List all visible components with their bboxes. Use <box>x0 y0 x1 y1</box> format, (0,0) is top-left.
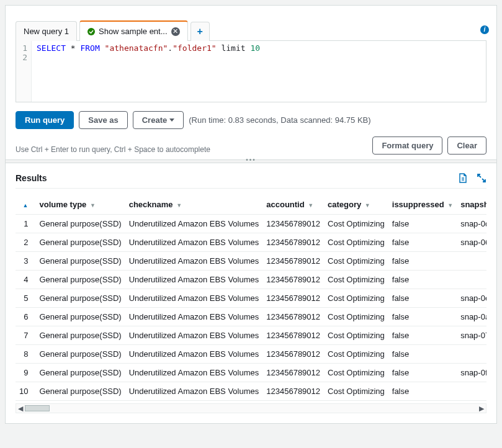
col-volume-type[interactable]: volume type ▼ <box>35 195 125 215</box>
table-row: 4General purpose(SSD)Underutilized Amazo… <box>16 271 486 289</box>
tab-label: New query 1 <box>24 27 69 36</box>
cell-issuppressed: false <box>388 364 457 382</box>
cell-volume-type: General purpose(SSD) <box>35 308 125 326</box>
run-status: (Run time: 0.83 seconds, Data scanned: 9… <box>189 115 370 125</box>
cell-accountid: 123456789012 <box>262 271 324 289</box>
cell-accountid: 123456789012 <box>262 326 324 345</box>
cell-checkname: Underutilized Amazon EBS Volumes <box>125 364 263 382</box>
cell-volume-type: General purpose(SSD) <box>35 233 125 252</box>
cell-volume-type: General purpose(SSD) <box>35 289 125 308</box>
table-row: 1General purpose(SSD)Underutilized Amazo… <box>16 215 486 233</box>
add-tab-button[interactable]: + <box>190 22 210 41</box>
cell-rownum: 8 <box>16 345 35 364</box>
cell-category: Cost Optimizing <box>324 271 388 289</box>
panel-resize-handle[interactable] <box>6 159 496 163</box>
cell-category: Cost Optimizing <box>324 382 388 401</box>
cell-category: Cost Optimizing <box>324 252 388 271</box>
format-query-button[interactable]: Format query <box>372 137 442 155</box>
cell-volume-type: General purpose(SSD) <box>35 345 125 364</box>
cell-checkname: Underutilized Amazon EBS Volumes <box>125 215 263 233</box>
results-header: Results <box>16 173 486 189</box>
cell-accountid: 123456789012 <box>262 382 324 401</box>
cell-checkname: Underutilized Amazon EBS Volumes <box>125 233 263 252</box>
cell-category: Cost Optimizing <box>324 345 388 364</box>
right-actions: Format query Clear <box>372 137 486 155</box>
cell-category: Cost Optimizing <box>324 364 388 382</box>
create-button[interactable]: Create <box>133 111 184 129</box>
clear-button[interactable]: Clear <box>447 137 486 155</box>
cell-checkname: Underutilized Amazon EBS Volumes <box>125 382 263 401</box>
editor-code[interactable]: SELECT * FROM "athenatacfn"."folder1" li… <box>32 41 265 102</box>
scroll-thumb[interactable] <box>25 405 50 411</box>
cell-issuppressed: false <box>388 326 457 345</box>
cell-rownum: 2 <box>16 233 35 252</box>
table-row: 9General purpose(SSD)Underutilized Amazo… <box>16 364 486 382</box>
cell-accountid: 123456789012 <box>262 233 324 252</box>
cell-volume-type: General purpose(SSD) <box>35 326 125 345</box>
cell-category: Cost Optimizing <box>324 308 388 326</box>
close-icon[interactable]: ✕ <box>171 27 180 36</box>
cell-issuppressed: false <box>388 289 457 308</box>
col-accountid[interactable]: accountid ▼ <box>262 195 324 215</box>
cell-checkname: Underutilized Amazon EBS Volumes <box>125 289 263 308</box>
tab-label: Show sample ent... <box>99 27 168 36</box>
cell-volume-type: General purpose(SSD) <box>35 252 125 271</box>
cell-snapshot <box>457 271 486 289</box>
scroll-right-icon[interactable]: ▶ <box>477 405 486 413</box>
results-title: Results <box>16 173 47 183</box>
cell-category: Cost Optimizing <box>324 233 388 252</box>
cell-rownum: 4 <box>16 271 35 289</box>
query-tabs: New query 1 Show sample ent... ✕ + <box>16 20 486 41</box>
cell-issuppressed: false <box>388 215 457 233</box>
table-body: 1General purpose(SSD)Underutilized Amazo… <box>16 215 486 401</box>
chevron-down-icon <box>169 119 174 122</box>
scroll-track[interactable] <box>25 404 477 413</box>
cell-snapshot: snap-078 <box>457 326 486 345</box>
cell-volume-type: General purpose(SSD) <box>35 382 125 401</box>
keyboard-hint: Use Ctrl + Enter to run query, Ctrl + Sp… <box>16 145 210 154</box>
cell-accountid: 123456789012 <box>262 252 324 271</box>
horizontal-scrollbar[interactable]: ◀ ▶ <box>16 403 486 413</box>
info-icon[interactable]: i <box>480 25 489 34</box>
cell-volume-type: General purpose(SSD) <box>35 215 125 233</box>
cell-issuppressed: false <box>388 271 457 289</box>
save-as-button[interactable]: Save as <box>79 111 127 129</box>
sql-editor[interactable]: 1 2 SELECT * FROM "athenatacfn"."folder1… <box>16 40 486 102</box>
col-rownum[interactable]: ▲ <box>16 195 35 215</box>
editor-gutter: 1 2 <box>16 41 32 102</box>
cell-rownum: 6 <box>16 308 35 326</box>
cell-rownum: 7 <box>16 326 35 345</box>
download-icon[interactable] <box>458 173 468 183</box>
query-panel: New query 1 Show sample ent... ✕ + 1 2 S… <box>6 6 496 159</box>
athena-query-console: i New query 1 Show sample ent... ✕ + 1 2… <box>5 5 497 424</box>
cell-snapshot <box>457 382 486 401</box>
fullscreen-icon[interactable] <box>477 173 486 183</box>
col-checkname[interactable]: checkname ▼ <box>125 195 263 215</box>
cell-issuppressed: false <box>388 345 457 364</box>
cell-category: Cost Optimizing <box>324 215 388 233</box>
col-issuppressed[interactable]: issuppressed ▼ <box>388 195 457 215</box>
table-header: ▲ volume type ▼ checkname ▼ accountid ▼ … <box>16 195 486 215</box>
cell-issuppressed: false <box>388 252 457 271</box>
results-panel: Results ▲ volume type ▼ checkname ▼ acco… <box>6 163 496 423</box>
scroll-left-icon[interactable]: ◀ <box>16 405 25 413</box>
cell-volume-type: General purpose(SSD) <box>35 271 125 289</box>
cell-checkname: Underutilized Amazon EBS Volumes <box>125 252 263 271</box>
tab-show-sample[interactable]: Show sample ent... ✕ <box>79 20 188 41</box>
cell-snapshot: snap-0d4 <box>457 215 486 233</box>
cell-snapshot: snap-0ff6 <box>457 364 486 382</box>
cell-rownum: 5 <box>16 289 35 308</box>
table-row: 6General purpose(SSD)Underutilized Amazo… <box>16 308 486 326</box>
table-row: 10General purpose(SSD)Underutilized Amaz… <box>16 382 486 401</box>
cell-accountid: 123456789012 <box>262 289 324 308</box>
cell-category: Cost Optimizing <box>324 326 388 345</box>
col-category[interactable]: category ▼ <box>324 195 388 215</box>
cell-issuppressed: false <box>388 308 457 326</box>
run-query-button[interactable]: Run query <box>16 111 74 129</box>
cell-issuppressed: false <box>388 382 457 401</box>
cell-checkname: Underutilized Amazon EBS Volumes <box>125 326 263 345</box>
tab-new-query-1[interactable]: New query 1 <box>16 21 77 41</box>
cell-checkname: Underutilized Amazon EBS Volumes <box>125 271 263 289</box>
col-snapshot[interactable]: snapshot <box>457 195 486 215</box>
check-icon <box>87 28 95 35</box>
